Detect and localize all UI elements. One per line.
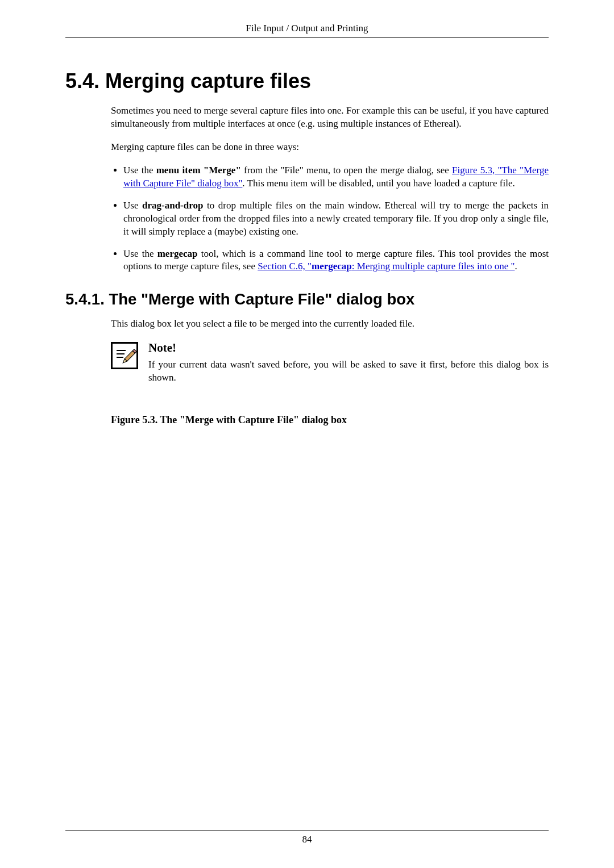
note-icon	[111, 342, 138, 369]
merge-methods-list: Use the menu item "Merge" from the "File…	[111, 164, 549, 274]
intro-paragraph: Sometimes you need to merge several capt…	[111, 105, 549, 131]
list-item: Use the mergecap tool, which is a comman…	[123, 248, 549, 274]
svg-rect-4	[125, 351, 135, 361]
page-footer: 84	[65, 831, 549, 845]
text: Use the	[123, 248, 157, 259]
text: from the "File" menu, to open the merge …	[241, 165, 452, 176]
text: Use the	[123, 165, 156, 176]
section-heading: 5.4. Merging capture files	[65, 69, 549, 93]
link-text: Section C.6, "	[258, 261, 312, 272]
svg-rect-0	[112, 343, 138, 369]
text: . This menu item will be disabled, until…	[242, 178, 515, 189]
figure-caption: Figure 5.3. The "Merge with Capture File…	[111, 414, 549, 426]
text-bold: menu item "Merge"	[156, 165, 241, 176]
list-item: Use the menu item "Merge" from the "File…	[123, 164, 549, 190]
note-body: If your current data wasn't saved before…	[148, 358, 549, 385]
link-text: : Merging multiple capture files into on…	[352, 261, 515, 272]
subsection-paragraph: This dialog box let you select a file to…	[111, 318, 549, 331]
list-item: Use drag-and-drop to drop multiple files…	[123, 199, 549, 239]
note-block: Note! If your current data wasn't saved …	[111, 341, 549, 395]
note-title: Note!	[148, 341, 549, 355]
text-bold: drag-and-drop	[142, 200, 203, 211]
text: Use	[123, 200, 142, 211]
link-text-bold: mergecap	[312, 261, 352, 272]
ways-paragraph: Merging capture files can be done in thr…	[111, 141, 549, 154]
page-number: 84	[302, 834, 312, 845]
page-header: File Input / Output and Printing	[65, 23, 549, 38]
text-bold: mergecap	[157, 248, 198, 259]
section-link[interactable]: Section C.6, "mergecap: Merging multiple…	[258, 261, 515, 272]
subsection-heading: 5.4.1. The "Merge with Capture File" dia…	[65, 290, 549, 308]
text: .	[515, 261, 517, 272]
